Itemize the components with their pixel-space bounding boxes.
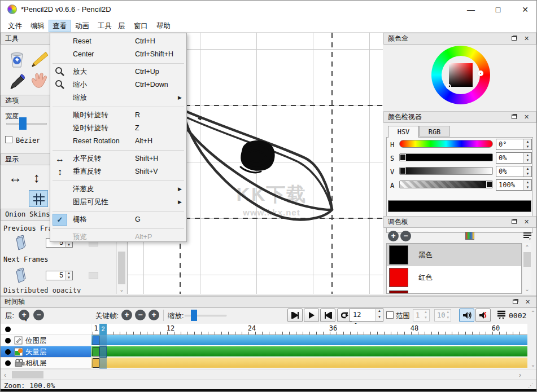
fps-spinbox[interactable]: 12 fps ▲▼ xyxy=(350,309,383,321)
timeline-scroll-up-icon[interactable]: ⌃ xyxy=(529,310,537,316)
pencil-tool-button[interactable] xyxy=(29,50,49,69)
menu-item-onion-skin-submenu[interactable]: 洋葱皮▶ xyxy=(50,183,186,196)
sv-selector-ring[interactable] xyxy=(446,84,451,89)
range-checkbox[interactable] xyxy=(386,311,394,319)
eraser-tool-button[interactable] xyxy=(8,51,25,69)
menu-item-flip-vertical[interactable]: ↕ 垂直反转Shift+V xyxy=(50,165,186,178)
menu-animation[interactable]: 动画 xyxy=(72,20,93,32)
visibility-dot-icon[interactable] xyxy=(5,349,11,355)
remove-color-button[interactable]: − xyxy=(400,231,411,241)
range-start-spinbox[interactable]: 1▲▼ xyxy=(413,309,430,321)
add-color-button[interactable]: + xyxy=(388,231,399,241)
menu-tools[interactable]: 工具 xyxy=(94,20,115,32)
layer-row-bitmap[interactable]: 位图层 xyxy=(1,335,91,346)
hscroll-thumb[interactable] xyxy=(12,371,43,378)
hue-selector-ring[interactable] xyxy=(478,71,483,76)
scroll-left-icon[interactable]: ‹ xyxy=(4,371,6,379)
palette-mode-icon[interactable] xyxy=(465,232,474,240)
menu-help[interactable]: 帮助 xyxy=(153,20,174,32)
saturation-value-square[interactable] xyxy=(449,63,473,87)
saturation-slider[interactable] xyxy=(399,153,493,161)
prev-frame-button[interactable] xyxy=(287,309,303,322)
float-panel-icon[interactable] xyxy=(510,113,518,121)
maximize-button[interactable]: □ xyxy=(490,4,507,15)
layer-row-camera[interactable]: 相机层 xyxy=(1,358,91,369)
bitmap-track[interactable] xyxy=(91,335,527,346)
remove-key-button[interactable]: − xyxy=(135,310,146,320)
saturation-spinbox[interactable]: 0%▲▼ xyxy=(496,152,532,164)
tab-rgb[interactable]: RGB xyxy=(419,126,450,136)
menu-item-zoom-out[interactable]: 缩小Ctrl+Down xyxy=(50,78,186,91)
saturation-slider-handle[interactable] xyxy=(400,155,405,160)
timeline-hscroll[interactable]: ‹ › xyxy=(1,369,537,380)
hue-spinbox[interactable]: 0°▲▼ xyxy=(496,139,532,150)
vector-track[interactable] xyxy=(91,346,527,357)
menu-item-flip-horizontal[interactable]: ↔ 水平反转Shift+H xyxy=(50,152,186,165)
menu-edit[interactable]: 编辑 xyxy=(27,20,48,32)
value-slider-handle[interactable] xyxy=(400,168,405,174)
timeline-ruler[interactable]: 1 12 24 36 48 60 2 xyxy=(91,324,527,335)
duplicate-key-button[interactable]: + xyxy=(149,310,159,320)
alpha-slider[interactable] xyxy=(399,180,493,188)
play-button[interactable] xyxy=(304,309,319,322)
width-slider-handle[interactable] xyxy=(19,117,27,130)
menu-view[interactable]: 查看 xyxy=(49,20,70,32)
menu-item-grid[interactable]: ✓ 栅格G xyxy=(50,213,186,226)
menu-item-center[interactable]: CenterCtrl+Shift+H xyxy=(50,48,186,61)
menu-item-reset-rotation[interactable]: Reset RotationAlt+H xyxy=(50,135,186,148)
visibility-dot-icon[interactable] xyxy=(5,327,11,332)
camera-track[interactable] xyxy=(91,358,527,368)
keyframe-marker[interactable] xyxy=(93,358,99,368)
timeline-header[interactable]: 时间轴 xyxy=(1,296,537,308)
palette-swatch-row[interactable]: 黑色 xyxy=(387,244,521,266)
grid-toggle-button[interactable] xyxy=(29,190,48,207)
close-button[interactable]: ✕ xyxy=(517,4,534,15)
visibility-dot-icon[interactable] xyxy=(5,338,11,343)
menu-item-reset[interactable]: ResetCtrl+H xyxy=(50,35,186,48)
scroll-right-icon[interactable]: › xyxy=(519,371,521,379)
alpha-spinbox[interactable]: 100%▲▼ xyxy=(496,179,532,191)
minimize-button[interactable]: — xyxy=(462,4,479,15)
menu-window[interactable]: 窗口 xyxy=(130,20,151,32)
width-slider-track[interactable] xyxy=(6,123,47,125)
playhead-ruler-cell[interactable]: 2 xyxy=(99,324,107,335)
timeline-scroll-down-icon[interactable]: ⌄ xyxy=(529,362,537,368)
close-panel-icon[interactable]: ✕ xyxy=(522,34,531,43)
palette-scrollbar[interactable]: ⌃ ⌄ xyxy=(522,243,531,294)
menu-item-rotate-cw[interactable]: 顺时针旋转R xyxy=(50,109,186,122)
timeline-zoom-slider-handle[interactable] xyxy=(191,310,197,321)
value-slider[interactable] xyxy=(399,167,493,175)
bezier-checkbox[interactable] xyxy=(5,136,12,143)
keyframe-marker[interactable] xyxy=(93,347,99,356)
palette-swatch-row[interactable] xyxy=(387,289,521,294)
close-panel-icon[interactable]: ✕ xyxy=(522,113,531,121)
menu-layer[interactable]: 层 xyxy=(115,20,129,32)
hue-slider[interactable] xyxy=(399,140,493,148)
add-key-button[interactable]: + xyxy=(121,310,132,320)
menu-item-zoom-submenu[interactable]: 缩放▶ xyxy=(50,91,186,104)
keyframe-marker[interactable] xyxy=(93,336,99,345)
resize-grip[interactable]: ⋰ xyxy=(528,382,534,389)
next-frames-spinner[interactable]: 5▲▼ xyxy=(46,271,73,280)
alpha-slider-handle[interactable] xyxy=(487,182,492,187)
menu-item-layer-visibility-submenu[interactable]: 图层可见性▶ xyxy=(50,196,186,209)
next-frame-button[interactable] xyxy=(320,309,335,322)
hand-tool-button[interactable] xyxy=(29,72,48,90)
float-panel-icon[interactable] xyxy=(510,34,518,43)
close-panel-icon[interactable]: ✕ xyxy=(523,298,532,306)
range-end-spinbox[interactable]: 10▲▼ xyxy=(434,309,451,321)
onion-next-color-swatch[interactable] xyxy=(89,272,98,279)
tab-hsv[interactable]: HSV xyxy=(388,126,419,138)
timeline-menu-icon[interactable] xyxy=(496,310,507,320)
float-panel-icon[interactable] xyxy=(510,218,518,226)
palette-menu-icon[interactable] xyxy=(523,231,532,240)
pen-tool-button[interactable] xyxy=(7,72,27,90)
remove-layer-button[interactable]: − xyxy=(33,310,44,320)
layer-row-vector[interactable]: 矢量层 xyxy=(1,346,91,358)
menu-item-rotate-ccw[interactable]: 逆时针旋转Z xyxy=(50,122,186,135)
sound-scrub-button[interactable] xyxy=(475,309,491,322)
flip-vertical-icon[interactable]: ↕ xyxy=(33,170,40,186)
close-panel-icon[interactable]: ✕ xyxy=(522,218,531,226)
menu-item-preview[interactable]: 预览Alt+P xyxy=(50,231,186,244)
sound-toggle-button[interactable] xyxy=(459,309,474,322)
